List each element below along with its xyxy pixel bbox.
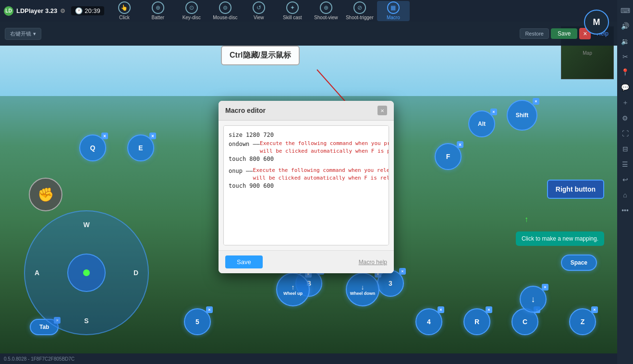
tool-batter-label: Batter xyxy=(151,15,164,20)
key-right-button[interactable]: Right button xyxy=(547,180,604,199)
macro-text-editor[interactable]: size 1280 720 ondown ——Execute the follo… xyxy=(223,125,389,245)
melee-button[interactable]: ✊ xyxy=(29,178,62,211)
z-label: Z xyxy=(581,318,585,326)
joystick-d-label: D xyxy=(134,269,138,277)
remove-q-button[interactable]: × xyxy=(101,133,108,139)
down-arrow-icon: ↓ xyxy=(531,294,536,304)
click-icon: 👆 xyxy=(118,1,131,14)
tool-shoot-trigger[interactable]: ⊘ Shoot-trigger xyxy=(343,1,376,21)
macro-line-1: size 1280 720 xyxy=(229,131,384,140)
key-4[interactable]: 4 × xyxy=(415,308,442,335)
sidebar-rotate-left-icon[interactable]: ↩ xyxy=(619,173,632,186)
build-hash: 1F8F7C2F805BD7C xyxy=(31,356,74,362)
profile-dropdown[interactable]: 右键开镜 ▾ xyxy=(5,28,41,40)
key-q[interactable]: Q × xyxy=(79,134,106,161)
key-alt[interactable]: Alt × xyxy=(468,110,495,137)
sidebar-settings-icon[interactable]: ⚙ xyxy=(619,111,632,125)
remove-r-button[interactable]: × xyxy=(486,306,492,313)
remove-4-button[interactable]: × xyxy=(438,306,444,313)
remove-alt-button[interactable]: × xyxy=(490,109,497,115)
4-label: 4 xyxy=(427,318,431,326)
skill-cast-icon: ✦ xyxy=(286,1,299,14)
joystick-center-dot xyxy=(83,269,90,276)
key-5[interactable]: 5 × xyxy=(184,308,211,335)
key-down-arrow[interactable]: ↓ × xyxy=(520,286,547,313)
restore-button[interactable]: Restore xyxy=(520,28,549,39)
toolbar-tools: 👆 Click ⊕ Batter ⊙ Key-disc ⊚ Mouse-disc… xyxy=(108,1,410,21)
remove-3-button[interactable]: × xyxy=(399,268,406,275)
macro-dialog-title: Macro editor xyxy=(225,107,266,114)
status-bar: 0.5.0.8028 - 1F8F7C2F805BD7C xyxy=(0,353,617,364)
joystick-s-label: S xyxy=(84,317,88,325)
macro-dialog-footer: Save Macro help xyxy=(219,250,394,273)
macro-line-4: onup ——Execute the following command whe… xyxy=(229,167,384,182)
macro-line-5: touch 900 600 xyxy=(229,182,384,191)
up-arrow-indicator: ↑ xyxy=(524,215,528,224)
timer-value: 20:39 xyxy=(85,7,100,14)
tool-macro[interactable]: ▦ Macro xyxy=(377,1,410,21)
remove-z-button[interactable]: × xyxy=(591,306,598,313)
macro-save-button[interactable]: Save xyxy=(225,255,263,268)
tool-click[interactable]: 👆 Click xyxy=(108,1,141,21)
logo-icon: LD xyxy=(4,6,13,16)
key-e[interactable]: E × xyxy=(127,134,154,161)
sidebar-scissors-icon[interactable]: ✂ xyxy=(619,50,632,63)
wheel-up-label: Wheel up xyxy=(283,291,303,296)
remove-e-button[interactable]: × xyxy=(149,133,156,139)
sidebar-volume-down-icon[interactable]: 🔉 xyxy=(619,35,632,48)
macro-line-2: ondown ——Execute the following command w… xyxy=(229,140,384,155)
version-number: 0.5.0.8028 xyxy=(4,356,26,362)
remove-f-button[interactable]: × xyxy=(457,141,463,148)
key-wheel-up[interactable]: ↑ Wheel up × xyxy=(276,273,310,306)
remove-shift-button[interactable]: × xyxy=(533,98,539,105)
macro-line-3: touch 800 600 xyxy=(229,155,384,164)
key-wheel-down[interactable]: ↓ Wheel down × xyxy=(346,273,379,306)
save-button[interactable]: Save xyxy=(551,28,577,39)
shoot-view-icon: ⊕ xyxy=(320,1,332,14)
mouse-disc-icon: ⊚ xyxy=(219,1,231,14)
r-label: R xyxy=(475,318,479,326)
sidebar-volume-up-icon[interactable]: 🔊 xyxy=(619,19,632,33)
sidebar-location-icon[interactable]: 📍 xyxy=(619,65,632,79)
tool-view-label: View xyxy=(254,15,264,20)
clock-icon: 🕐 xyxy=(75,7,83,14)
sidebar-shrink-icon[interactable]: ⊟ xyxy=(619,142,632,156)
sidebar-fullscreen-icon[interactable]: ⛶ xyxy=(619,127,632,140)
c-label: C xyxy=(523,318,527,326)
macro-dialog-header: Macro editor × xyxy=(219,101,394,121)
tool-shoot-trigger-label: Shoot-trigger xyxy=(346,15,374,20)
key-r[interactable]: R × xyxy=(463,308,490,335)
joystick-inner-circle xyxy=(67,254,106,292)
macro-dialog-close-button[interactable]: × xyxy=(377,106,387,115)
m-button[interactable]: M xyxy=(584,10,609,35)
sidebar-more-icon[interactable]: ••• xyxy=(619,204,632,217)
sidebar-add-icon[interactable]: ＋ xyxy=(619,96,632,109)
ctrl-hint-text: Ctrl隐藏/显示鼠标 xyxy=(230,51,291,59)
sidebar-keyboard-icon[interactable]: ⌨ xyxy=(619,4,632,17)
movement-joystick[interactable]: W A D S xyxy=(24,210,149,335)
tool-skill-cast[interactable]: ✦ Skill cast xyxy=(276,1,309,21)
key-space[interactable]: Space xyxy=(561,255,597,271)
sidebar-message-icon[interactable]: 💬 xyxy=(619,81,632,94)
tool-mouse-disc-label: Mouse-disc xyxy=(213,15,237,20)
sidebar-home-icon[interactable]: ⌂ xyxy=(619,188,632,202)
key-f[interactable]: F × xyxy=(435,143,462,170)
tool-key-disc[interactable]: ⊙ Key-disc xyxy=(175,1,208,21)
f-label: F xyxy=(446,153,450,160)
key-z[interactable]: Z × xyxy=(569,308,596,335)
remove-5-button[interactable]: × xyxy=(206,306,213,313)
tool-batter[interactable]: ⊕ Batter xyxy=(142,1,174,21)
tool-shoot-view[interactable]: ⊕ Shoot-view xyxy=(310,1,342,21)
joystick-a-label: A xyxy=(35,269,39,277)
remove-down-button[interactable]: × xyxy=(542,284,548,291)
ctrl-hint-tooltip: Ctrl隐藏/显示鼠标 xyxy=(221,46,300,65)
top-toolbar: LD LDPlayer 3.23 ⚙ 🕐 20:39 👆 Click ⊕ Bat… xyxy=(0,0,617,22)
new-mapping-tooltip: Click to make a new mapping. xyxy=(516,231,604,246)
macro-help-link[interactable]: Macro help xyxy=(359,259,387,266)
app-title: LDPlayer 3.23 xyxy=(16,7,57,14)
view-icon: ↺ xyxy=(253,1,265,14)
sidebar-list-icon[interactable]: ☰ xyxy=(619,158,632,171)
tool-view[interactable]: ↺ View xyxy=(243,1,275,21)
tool-mouse-disc[interactable]: ⊚ Mouse-disc xyxy=(209,1,242,21)
key-shift[interactable]: Shift × xyxy=(507,100,537,131)
